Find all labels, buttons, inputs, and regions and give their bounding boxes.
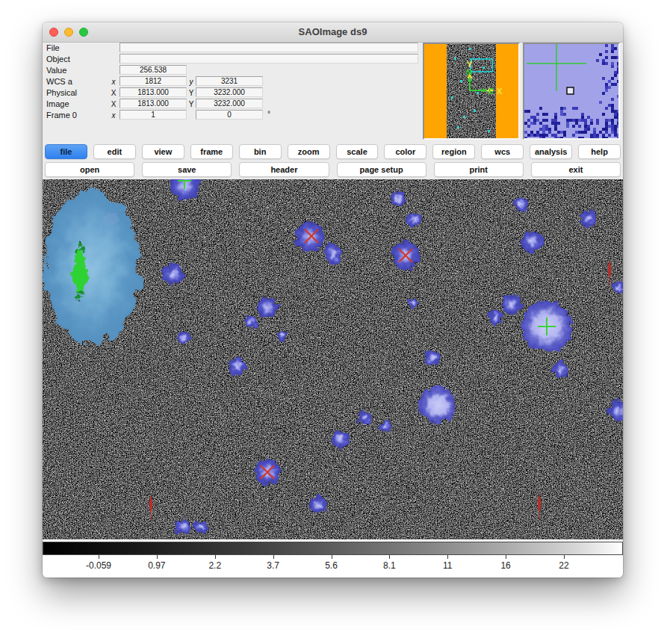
menu-button-file[interactable]: file: [45, 144, 87, 159]
menu-button-page-setup[interactable]: page setup: [337, 162, 426, 177]
menu-button-header[interactable]: header: [239, 162, 329, 177]
colorbar[interactable]: [43, 542, 623, 555]
colorbar-tick: [99, 555, 99, 559]
info-field[interactable]: 0: [196, 110, 263, 120]
colorbar-tick: [215, 555, 216, 559]
info-label: Object: [46, 55, 70, 64]
info-field[interactable]: 3231: [196, 76, 263, 86]
magnifier-cursor-box: [567, 87, 574, 94]
title-bar[interactable]: SAOImage ds9: [43, 22, 623, 43]
info-row-image: ImageX1813.000Y3232.000: [46, 98, 420, 109]
info-field[interactable]: 1812: [120, 76, 187, 86]
axis-sub-label: Y: [187, 100, 196, 108]
colorbar-tick: [157, 555, 158, 559]
info-label: File: [46, 43, 60, 52]
info-row-physical: PhysicalX1813.000Y3232.000: [46, 87, 420, 98]
colorbar-tick-label: 5.6: [302, 560, 362, 571]
menu-button-region[interactable]: region: [432, 144, 475, 159]
axis-sub-label: y: [187, 78, 196, 86]
info-label: Frame 0: [46, 111, 77, 120]
window-title: SAOImage ds9: [43, 22, 623, 42]
info-field[interactable]: 3232.000: [196, 99, 263, 108]
menu-button-scale[interactable]: scale: [336, 144, 379, 159]
info-field[interactable]: 1813.000: [120, 99, 187, 108]
compass-e-label: E: [488, 87, 494, 96]
colorbar-tick-label: 3.7: [243, 560, 303, 571]
info-row-file: File: [46, 42, 420, 53]
ds9-window: SAOImage ds9 FileObjectValue256.538WCS a…: [43, 22, 623, 578]
menu-button-save[interactable]: save: [142, 162, 232, 177]
info-label: Image: [46, 99, 69, 108]
menu-button-help[interactable]: help: [578, 144, 621, 159]
desktop: SAOImage ds9 FileObjectValue256.538WCS a…: [0, 0, 664, 644]
file-actions-bar: opensaveheaderpage setupprintexit: [45, 162, 621, 177]
colorbar-tick-label: 16: [476, 560, 536, 571]
colorbar-tick: [273, 555, 274, 559]
menu-button-edit[interactable]: edit: [93, 144, 136, 159]
menu-button-view[interactable]: view: [142, 144, 184, 159]
compass-x-label: X: [497, 87, 503, 96]
colorbar-tick: [564, 555, 565, 559]
colorbar-tick-label: 22: [534, 560, 594, 571]
axis-sub-label: X: [109, 100, 118, 108]
menu-button-zoom[interactable]: zoom: [288, 144, 330, 159]
info-field[interactable]: [120, 54, 418, 64]
menu-button-wcs[interactable]: wcs: [481, 144, 524, 159]
main-image-canvas[interactable]: [43, 179, 623, 539]
info-field[interactable]: 256.538: [120, 65, 187, 75]
info-panel: FileObjectValue256.538WCS ax1812y3231Phy…: [46, 42, 420, 120]
menu-button-bin[interactable]: bin: [239, 144, 282, 159]
colorbar-tick-label: 11: [418, 560, 477, 571]
menu-button-print[interactable]: print: [434, 162, 524, 177]
info-field[interactable]: 1: [120, 110, 187, 120]
colorbar-tick: [506, 555, 506, 559]
menu-button-analysis[interactable]: analysis: [530, 144, 572, 159]
colorbar-tick-label: 2.2: [185, 560, 245, 571]
menu-button-exit[interactable]: exit: [531, 162, 621, 177]
info-label: WCS a: [46, 77, 72, 86]
info-field[interactable]: [120, 43, 418, 52]
degree-suffix: °: [267, 110, 270, 118]
menu-button-color[interactable]: color: [384, 144, 426, 159]
colorbar-area: -0.0590.972.23.75.68.1111622: [43, 539, 623, 578]
panner[interactable]: Y N E X: [423, 43, 520, 140]
info-field[interactable]: 1813.000: [120, 87, 187, 97]
info-row-object: Object: [46, 53, 420, 64]
axis-sub-label: X: [109, 89, 118, 97]
axis-sub-label: x: [109, 78, 118, 86]
compass-n-label: N: [466, 68, 472, 77]
info-label: Physical: [46, 88, 77, 97]
menu-button-frame[interactable]: frame: [190, 144, 233, 159]
colorbar-tick-label: 8.1: [359, 560, 419, 571]
info-row-frame-0: Frame 0x10°: [46, 109, 420, 120]
colorbar-tick: [332, 555, 332, 559]
menu-bar: fileeditviewframebinzoomscalecolorregion…: [45, 144, 621, 159]
info-row-wcs-a: WCS ax1812y3231: [46, 75, 420, 87]
axis-sub-label: x: [109, 111, 118, 120]
menu-button-open[interactable]: open: [45, 162, 134, 177]
magnifier: [523, 43, 620, 140]
axis-sub-label: Y: [187, 89, 196, 97]
colorbar-tick: [447, 555, 448, 559]
colorbar-tick: [389, 555, 390, 559]
info-row-value: Value256.538: [46, 64, 420, 75]
colorbar-tick-label: 0.97: [127, 560, 187, 571]
info-field[interactable]: 3232.000: [196, 87, 263, 97]
info-label: Value: [46, 66, 66, 75]
colorbar-tick-label: -0.059: [69, 560, 128, 571]
